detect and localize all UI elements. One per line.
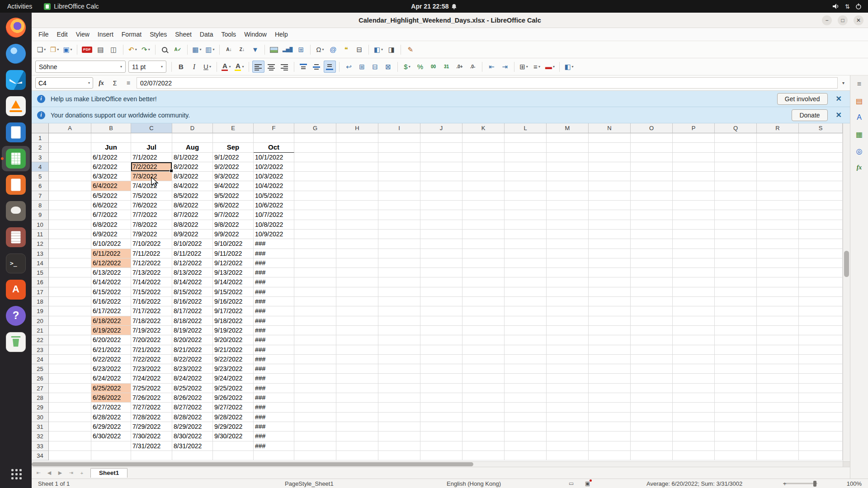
cell-N11[interactable] bbox=[589, 230, 631, 239]
cell-K26[interactable] bbox=[462, 374, 505, 383]
cell-S28[interactable] bbox=[799, 393, 843, 403]
cell-G4[interactable] bbox=[294, 162, 336, 172]
cell-I21[interactable] bbox=[378, 326, 420, 335]
cell-B10[interactable]: 6/8/2022 bbox=[91, 220, 131, 230]
menu-sheet[interactable]: Sheet bbox=[171, 29, 196, 40]
properties-deck-button[interactable]: ▤ bbox=[853, 94, 866, 107]
page-style-status[interactable]: PageStyle_Sheet1 bbox=[285, 480, 334, 487]
cell-E14[interactable]: 9/12/2022 bbox=[213, 258, 254, 268]
cell-H31[interactable] bbox=[336, 422, 378, 432]
cell-E6[interactable]: 9/4/2022 bbox=[213, 181, 254, 191]
cell-H34[interactable] bbox=[336, 451, 378, 460]
cell-D3[interactable]: 8/1/2022 bbox=[172, 153, 213, 162]
cell-Q11[interactable] bbox=[715, 230, 757, 239]
autofilter-button[interactable]: ▼ bbox=[249, 43, 261, 56]
zoom-level[interactable]: 100% bbox=[847, 480, 862, 487]
cell-G29[interactable] bbox=[294, 403, 336, 412]
column-header-S[interactable]: S bbox=[799, 123, 843, 133]
column-header-D[interactable]: D bbox=[172, 123, 213, 133]
cell-N1[interactable] bbox=[589, 133, 631, 143]
cell-L27[interactable] bbox=[505, 384, 547, 393]
functions-deck-button[interactable]: fx bbox=[853, 161, 866, 174]
cell-B1[interactable] bbox=[91, 133, 131, 143]
column-header-P[interactable]: P bbox=[673, 123, 715, 133]
cell-C20[interactable]: 7/18/2022 bbox=[131, 316, 172, 326]
cell-A6[interactable] bbox=[49, 181, 91, 191]
cell-B31[interactable]: 6/29/2022 bbox=[91, 422, 131, 432]
cell-D21[interactable]: 8/19/2022 bbox=[172, 326, 213, 335]
cell-B18[interactable]: 6/16/2022 bbox=[91, 297, 131, 306]
cell-K21[interactable] bbox=[462, 326, 505, 335]
cell-F29[interactable]: ### bbox=[254, 403, 294, 412]
cell-S4[interactable] bbox=[799, 162, 843, 172]
cell-B12[interactable]: 6/10/2022 bbox=[91, 239, 131, 249]
format-date-button[interactable]: 31 bbox=[440, 61, 453, 73]
cell-R18[interactable] bbox=[757, 297, 799, 306]
cell-G33[interactable] bbox=[294, 441, 336, 451]
cell-Q26[interactable] bbox=[715, 374, 757, 383]
cell-K23[interactable] bbox=[462, 345, 505, 355]
row-header-19[interactable]: 19 bbox=[32, 306, 49, 316]
cell-C14[interactable]: 7/12/2022 bbox=[131, 258, 172, 268]
cell-M9[interactable] bbox=[547, 210, 589, 220]
previous-sheet-button[interactable]: ◀ bbox=[44, 469, 54, 478]
cell-N18[interactable] bbox=[589, 297, 631, 306]
cell-G16[interactable] bbox=[294, 277, 336, 287]
cell-J9[interactable] bbox=[420, 210, 462, 220]
cell-G8[interactable] bbox=[294, 201, 336, 210]
cell-A12[interactable] bbox=[49, 239, 91, 249]
cell-Q16[interactable] bbox=[715, 277, 757, 287]
menu-window[interactable]: Window bbox=[240, 29, 271, 40]
cell-I29[interactable] bbox=[378, 403, 420, 412]
cell-I16[interactable] bbox=[378, 277, 420, 287]
cell-P2[interactable] bbox=[673, 143, 715, 152]
row-header-14[interactable]: 14 bbox=[32, 258, 49, 268]
cell-O33[interactable] bbox=[631, 441, 673, 451]
menu-edit[interactable]: Edit bbox=[53, 29, 72, 40]
cell-E5[interactable]: 9/3/2022 bbox=[213, 172, 254, 181]
cell-P15[interactable] bbox=[673, 268, 715, 277]
cell-K13[interactable] bbox=[462, 249, 505, 258]
cell-J22[interactable] bbox=[420, 335, 462, 345]
cell-A29[interactable] bbox=[49, 403, 91, 412]
cell-L12[interactable] bbox=[505, 239, 547, 249]
cell-O34[interactable] bbox=[631, 451, 673, 460]
sort-descending-button[interactable]: Z↓ bbox=[236, 43, 248, 56]
cell-Q1[interactable] bbox=[715, 133, 757, 143]
cell-J2[interactable] bbox=[420, 143, 462, 152]
cell-M17[interactable] bbox=[547, 287, 589, 297]
cell-M2[interactable] bbox=[547, 143, 589, 152]
row-header-28[interactable]: 28 bbox=[32, 393, 49, 403]
cell-H25[interactable] bbox=[336, 364, 378, 374]
cell-R12[interactable] bbox=[757, 239, 799, 249]
cell-M22[interactable] bbox=[547, 335, 589, 345]
cell-G9[interactable] bbox=[294, 210, 336, 220]
cell-F18[interactable]: ### bbox=[254, 297, 294, 306]
cell-L19[interactable] bbox=[505, 306, 547, 316]
cell-B28[interactable]: 6/26/2022 bbox=[91, 393, 131, 403]
cell-F34[interactable] bbox=[254, 451, 294, 460]
chevron-down-icon[interactable]: ▾ bbox=[322, 47, 324, 52]
cell-R22[interactable] bbox=[757, 335, 799, 345]
cell-F32[interactable]: ### bbox=[254, 432, 294, 441]
cell-C33[interactable]: 7/31/2022 bbox=[131, 441, 172, 451]
cell-D10[interactable]: 8/8/2022 bbox=[172, 220, 213, 230]
freeze-rows-columns-button[interactable]: ◧▾ bbox=[372, 43, 384, 56]
cell-P26[interactable] bbox=[673, 374, 715, 383]
cell-B27[interactable]: 6/25/2022 bbox=[91, 384, 131, 393]
format-number-button[interactable]: 00 bbox=[427, 61, 439, 73]
cell-K9[interactable] bbox=[462, 210, 505, 220]
cell-N15[interactable] bbox=[589, 268, 631, 277]
cell-D27[interactable]: 8/25/2022 bbox=[172, 384, 213, 393]
cell-O6[interactable] bbox=[631, 181, 673, 191]
cell-I4[interactable] bbox=[378, 162, 420, 172]
vertical-scrollbar-thumb[interactable] bbox=[844, 251, 849, 277]
cell-R28[interactable] bbox=[757, 393, 799, 403]
row-header-16[interactable]: 16 bbox=[32, 277, 49, 287]
cell-F21[interactable]: ### bbox=[254, 326, 294, 335]
cell-M13[interactable] bbox=[547, 249, 589, 258]
cell-R21[interactable] bbox=[757, 326, 799, 335]
cell-A7[interactable] bbox=[49, 191, 91, 201]
cell-M1[interactable] bbox=[547, 133, 589, 143]
align-center-button[interactable] bbox=[265, 61, 278, 73]
